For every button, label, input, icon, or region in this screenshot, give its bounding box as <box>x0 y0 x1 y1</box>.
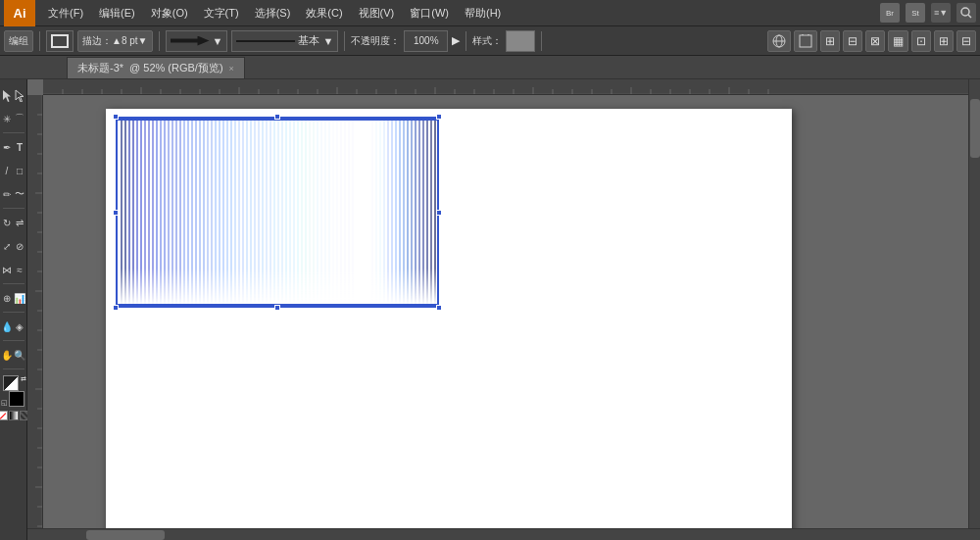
stroke-type-label: 基本 <box>298 33 319 48</box>
selection-handle-ml[interactable] <box>113 210 119 216</box>
stock-icon[interactable]: St <box>906 3 925 23</box>
menu-edit[interactable]: 编辑(E) <box>92 4 142 23</box>
pen-tools: ✒ T <box>1 135 26 159</box>
color-swatches: ⇄ ◱ <box>1 375 26 407</box>
sep5 <box>541 31 542 51</box>
ai-logo: Ai <box>4 0 35 26</box>
direct-select-tool[interactable] <box>14 83 26 107</box>
menu-window[interactable]: 窗口(W) <box>403 4 456 23</box>
selection-handle-bl[interactable] <box>113 305 119 311</box>
group-button[interactable]: 编组 <box>4 30 33 52</box>
start-arrow-selector[interactable]: ▼ <box>166 30 228 52</box>
swap-icon[interactable]: ⇄ <box>21 375 26 383</box>
shear-tool[interactable]: ⊘ <box>14 234 26 258</box>
reshape-tools: ⋈ ≈ <box>1 258 26 281</box>
magic-tools: ✳ ⌒ <box>1 107 26 130</box>
menu-view[interactable]: 视图(V) <box>352 4 402 23</box>
sep3 <box>344 31 345 51</box>
select-tools <box>1 83 26 107</box>
sep4 <box>466 31 466 51</box>
lasso-tool[interactable]: ⌒ <box>14 107 26 130</box>
brush-tool[interactable]: 〜 <box>14 182 26 206</box>
stroke-swatch[interactable] <box>9 391 24 407</box>
menu-effect[interactable]: 效果(C) <box>299 4 349 23</box>
scale-tool[interactable]: ⤢ <box>1 234 14 258</box>
v-scroll-thumb[interactable] <box>970 99 980 158</box>
pencil-tool[interactable]: ✏ <box>1 182 14 206</box>
line-tools: / □ <box>1 159 26 182</box>
artboard-btn[interactable] <box>794 30 817 52</box>
selection-handle-mr[interactable] <box>436 210 442 216</box>
arrange-btn5[interactable]: ⊡ <box>911 30 931 52</box>
gradient-swatch[interactable] <box>9 411 19 420</box>
opacity-chevron[interactable]: ▶ <box>452 34 460 47</box>
stroke-line-selector[interactable]: 基本 ▼ <box>231 30 338 52</box>
stroke-up-arrow: ▲ <box>112 35 122 46</box>
warp-tool[interactable]: ≈ <box>14 258 26 281</box>
arrange-btn7[interactable]: ⊟ <box>956 30 976 52</box>
selection-handle-tl[interactable] <box>113 114 119 120</box>
width-tool[interactable]: ⋈ <box>1 258 14 281</box>
selection-handle-tr[interactable] <box>436 114 442 120</box>
stroke-color[interactable] <box>46 30 74 52</box>
default-icon[interactable]: ◱ <box>1 399 8 407</box>
document-tab[interactable]: 未标题-3* @ 52% (RGB/预览) × <box>67 57 245 78</box>
menu-help[interactable]: 帮助(H) <box>458 4 508 23</box>
search-icon[interactable] <box>956 3 976 23</box>
tab-bar: 未标题-3* @ 52% (RGB/预览) × <box>0 56 980 79</box>
stroke-inner <box>51 34 69 48</box>
select-tool[interactable] <box>1 83 14 107</box>
arrange-btn3[interactable]: ⊠ <box>865 30 885 52</box>
arrange-btn1[interactable]: ⊞ <box>820 30 840 52</box>
canvas-area[interactable] <box>27 79 980 540</box>
globe-icon-btn[interactable] <box>767 30 791 52</box>
stroke-down-arrow: ▼ <box>138 35 148 46</box>
artboard <box>106 109 792 540</box>
blend-tool[interactable]: ◈ <box>14 315 26 338</box>
arrange-btn2[interactable]: ⊟ <box>843 30 862 52</box>
style-indicator[interactable] <box>506 30 535 52</box>
left-ruler <box>27 95 43 528</box>
selection-handle-bm[interactable] <box>274 305 280 311</box>
reflect-tool[interactable]: ⇌ <box>14 211 26 234</box>
opacity-input[interactable] <box>404 30 448 52</box>
zoom-tool[interactable]: 🔍 <box>14 343 26 367</box>
eyedropper-tools: 💧 ◈ <box>1 315 26 338</box>
graph-tool[interactable]: 📊 <box>14 286 26 310</box>
vertical-scrollbar[interactable] <box>968 79 980 528</box>
svg-marker-8 <box>3 90 11 102</box>
tab-close[interactable]: × <box>229 64 234 74</box>
tab-info: @ 52% (RGB/预览) <box>129 61 223 75</box>
transform-tools: ⤢ ⊘ <box>1 234 26 258</box>
svg-marker-9 <box>16 90 24 102</box>
rotate-tool[interactable]: ↻ <box>1 211 14 234</box>
sep2 <box>159 31 160 51</box>
svg-line-1 <box>968 15 971 18</box>
horizontal-scrollbar[interactable] <box>27 528 980 540</box>
pen-tool[interactable]: ✒ <box>1 135 14 159</box>
type-tool[interactable]: T <box>14 135 26 159</box>
none-swatch[interactable] <box>0 411 8 420</box>
selection-handle-br[interactable] <box>436 305 442 311</box>
svg-rect-72 <box>118 119 437 306</box>
menu-object[interactable]: 对象(O) <box>144 4 195 23</box>
symbol-tool[interactable]: ⊕ <box>1 286 14 310</box>
line-tool[interactable]: / <box>1 159 14 182</box>
bridge-icon[interactable]: Br <box>880 3 900 23</box>
top-right-icons: Br St ≡▼ <box>880 3 976 23</box>
menu-type[interactable]: 文字(T) <box>197 4 246 23</box>
arrange-btn4[interactable]: ▦ <box>888 30 908 52</box>
workspace-icon[interactable]: ≡▼ <box>931 3 951 23</box>
fill-swatch[interactable] <box>3 375 19 391</box>
shape-tool[interactable]: □ <box>14 159 26 182</box>
arrange-btn6[interactable]: ⊞ <box>934 30 954 52</box>
selection-handle-tm[interactable] <box>274 114 280 120</box>
menu-file[interactable]: 文件(F) <box>41 4 90 23</box>
magic-wand-tool[interactable]: ✳ <box>1 107 14 130</box>
stroke-dropdown[interactable]: 描边： ▲ 8 pt ▼ <box>77 30 153 52</box>
h-scroll-thumb[interactable] <box>86 530 165 540</box>
stroke-type-arrow: ▼ <box>322 35 333 47</box>
menu-select[interactable]: 选择(S) <box>248 4 298 23</box>
hand-tool[interactable]: ✋ <box>1 343 14 367</box>
eyedropper-tool[interactable]: 💧 <box>1 315 14 338</box>
